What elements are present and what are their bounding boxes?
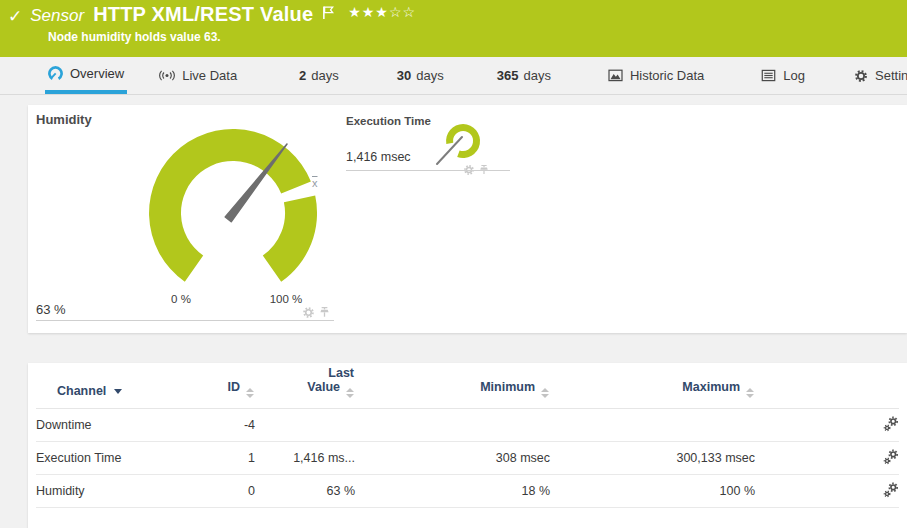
column-header-channel[interactable]: Channel — [36, 363, 216, 409]
column-header-settings — [755, 363, 899, 409]
tab-label: Historic Data — [630, 68, 704, 83]
sensor-status-message: Node humidity holds value 63. — [48, 30, 221, 44]
widget-divider — [346, 170, 510, 171]
maximum-cell — [550, 409, 755, 442]
live-data-icon — [159, 69, 175, 82]
sort-icon — [746, 388, 754, 398]
sensor-tab-bar: Overview Live Data 2 days 30 days 365 da… — [0, 57, 907, 95]
tab-historic-data[interactable]: Historic Data — [605, 57, 707, 94]
stars-empty: ☆☆ — [389, 4, 416, 20]
widget-divider — [36, 320, 334, 321]
channel-settings-icon[interactable] — [883, 454, 899, 468]
priority-stars[interactable]: ★★★☆☆ — [348, 4, 416, 20]
maximum-cell: 300,133 msec — [550, 442, 755, 475]
tab-number: 30 — [397, 68, 411, 83]
table-row-execution-time: Execution Time 1 1,416 ms... 308 msec 30… — [36, 442, 899, 475]
tab-number: 2 — [299, 68, 306, 83]
channel-id-cell: 0 — [216, 475, 255, 508]
column-header-minimum[interactable]: Minimum — [355, 363, 550, 409]
minimum-cell: 18 % — [355, 475, 550, 508]
maximum-cell: 100 % — [550, 475, 755, 508]
status-ok-check-icon: ✓ — [8, 6, 22, 27]
gear-icon — [854, 69, 868, 83]
channel-name-cell[interactable]: Humidity — [36, 475, 216, 508]
table-row-humidity: Humidity 0 63 % 18 % 100 % — [36, 475, 899, 508]
execution-time-widget-actions — [463, 162, 490, 180]
chevron-down-icon — [114, 389, 122, 394]
column-header-last-value[interactable]: LastValue — [255, 363, 355, 409]
gauge-scale-min-label: 0 % — [161, 293, 201, 305]
stars-filled: ★★★ — [348, 4, 389, 20]
tab-overview[interactable]: Overview — [45, 57, 127, 94]
sort-icon — [346, 388, 354, 398]
minimum-cell — [355, 409, 550, 442]
execution-time-gauge-title: Execution Time — [346, 115, 431, 127]
channel-name-cell[interactable]: Execution Time — [36, 442, 216, 475]
sort-icon — [246, 388, 254, 398]
tab-label: Overview — [70, 66, 124, 81]
tab-settings[interactable]: Settings — [851, 57, 907, 94]
average-marker: x — [312, 177, 318, 189]
gauge-icon — [48, 66, 63, 81]
tab-30-days[interactable]: 30 days — [394, 57, 447, 94]
tab-live-data[interactable]: Live Data — [156, 57, 240, 94]
channel-name-cell[interactable]: Downtime — [36, 409, 216, 442]
last-value-cell: 1,416 ms... — [255, 442, 355, 475]
last-value-cell: 63 % — [255, 475, 355, 508]
minimum-cell: 308 msec — [355, 442, 550, 475]
log-icon — [761, 69, 776, 82]
tab-label: days — [523, 68, 550, 83]
channels-panel: Channel ID LastValue Minimum Maximum Dow… — [28, 363, 907, 528]
table-header-row: Channel ID LastValue Minimum Maximum — [36, 363, 899, 409]
widget-settings-gear-icon[interactable] — [463, 162, 475, 180]
column-label: Last — [256, 366, 354, 380]
table-row-downtime: Downtime -4 — [36, 409, 899, 442]
column-header-id[interactable]: ID — [216, 363, 255, 409]
column-label: Maximum — [682, 380, 740, 394]
channels-table: Channel ID LastValue Minimum Maximum Dow… — [36, 363, 899, 508]
column-label: ID — [228, 380, 241, 394]
tab-label: Settings — [875, 68, 907, 83]
column-label: Minimum — [480, 380, 535, 394]
channel-settings-icon[interactable] — [883, 421, 899, 435]
widget-pin-icon[interactable] — [478, 162, 490, 180]
tab-number: 365 — [497, 68, 519, 83]
humidity-current-value: 63 % — [36, 302, 66, 317]
flag-icon[interactable] — [322, 5, 335, 24]
channel-id-cell: 1 — [216, 442, 255, 475]
sensor-status-header: ✓ Sensor HTTP XML/REST Value ★★★☆☆ Node … — [0, 0, 907, 57]
channel-id-cell: -4 — [216, 409, 255, 442]
sensor-type-label: Sensor — [30, 6, 84, 26]
channel-settings-icon[interactable] — [883, 487, 899, 501]
tab-label: Live Data — [182, 68, 237, 83]
sensor-name: HTTP XML/REST Value — [93, 3, 313, 26]
tab-2-days[interactable]: 2 days — [296, 57, 342, 94]
sort-icon — [541, 388, 549, 398]
humidity-gauge-title: Humidity — [36, 112, 92, 127]
gauge-scale-max-label: 100 % — [261, 293, 311, 305]
overview-gauges-panel: Humidity x 0 % 100 % 63 % — [28, 105, 907, 333]
area-chart-icon — [608, 69, 623, 82]
column-label: Channel — [57, 384, 106, 398]
last-value-cell — [255, 409, 355, 442]
execution-time-current-value: 1,416 msec — [346, 150, 411, 164]
tab-label: Log — [783, 68, 805, 83]
tab-log[interactable]: Log — [758, 57, 808, 94]
tab-label: days — [311, 68, 338, 83]
tab-365-days[interactable]: 365 days — [494, 57, 554, 94]
column-header-maximum[interactable]: Maximum — [550, 363, 755, 409]
humidity-gauge — [133, 113, 333, 313]
prtg-sensor-page: ✓ Sensor HTTP XML/REST Value ★★★☆☆ Node … — [0, 0, 907, 528]
sensor-title-row: ✓ Sensor HTTP XML/REST Value ★★★☆☆ — [8, 3, 416, 27]
tab-label: days — [416, 68, 443, 83]
column-label: Value — [307, 380, 340, 394]
